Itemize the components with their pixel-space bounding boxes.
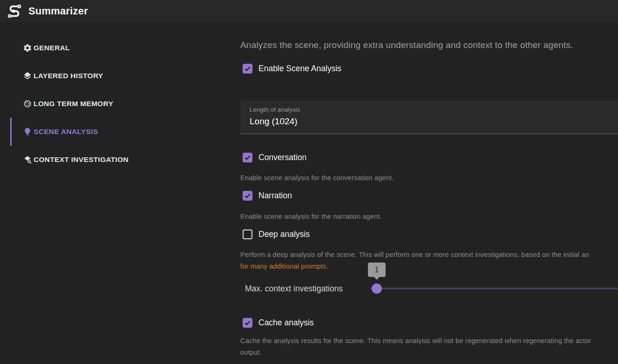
conversation-checkbox-row[interactable]: Conversation: [243, 152, 306, 163]
sidebar-item-general[interactable]: GENERAL: [10, 34, 233, 62]
sidebar-item-label: LAYERED HISTORY: [34, 72, 103, 80]
lightbulb-icon: [22, 127, 32, 137]
deep-analysis-help-text: Perform a deep analysis of the scene. Th…: [240, 251, 618, 258]
sidebar-item-context-investigation[interactable]: CONTEXT INVESTIGATION: [10, 146, 233, 174]
checkbox[interactable]: [243, 229, 252, 239]
cache-analysis-checkbox-row[interactable]: Cache analysis: [243, 317, 314, 328]
scene-analysis-panel: Analyzes the scene, providing extra unde…: [240, 22, 618, 364]
conversation-help-text: Enable scene analysis for the conversati…: [240, 174, 618, 182]
max-context-investigations-slider-row: Max. context investigations 1: [240, 278, 618, 299]
checkbox-label: Cache analysis: [258, 318, 314, 328]
sidebar: GENERAL LAYERED HISTORY LONG TERM MEMORY: [0, 34, 233, 174]
slider-thumb[interactable]: [372, 283, 382, 294]
select-label: Length of analysis: [250, 106, 618, 113]
topbar: Summarizer: [0, 0, 618, 22]
select-value: Long (1024): [250, 116, 618, 127]
check-icon: [244, 319, 251, 326]
slider-value-tooltip: 1: [368, 263, 386, 277]
sidebar-item-scene-analysis[interactable]: SCENE ANALYSIS: [10, 118, 233, 146]
sidebar-item-long-term-memory[interactable]: LONG TERM MEMORY: [10, 90, 233, 118]
check-icon: [244, 154, 251, 161]
app-title: Summarizer: [28, 5, 88, 17]
checkbox[interactable]: [243, 64, 252, 74]
check-icon: [244, 192, 251, 199]
gear-icon: [22, 43, 32, 53]
narration-checkbox-row[interactable]: Narration: [243, 190, 292, 201]
layers-search-icon: [22, 155, 32, 165]
app-window: Summarizer GENERAL LAYERED HISTORY: [0, 0, 618, 364]
cache-analysis-help-text: Cache the analysis results for the scene…: [240, 337, 618, 344]
checkbox-label: Deep analysis: [258, 229, 310, 239]
sidebar-item-label: GENERAL: [34, 44, 70, 52]
cache-analysis-help-text-line2: output.: [240, 349, 618, 356]
length-of-analysis-select[interactable]: Length of analysis Long (1024): [240, 101, 618, 134]
slider-track[interactable]: [370, 288, 618, 290]
checkbox-label: Narration: [258, 191, 292, 201]
checkbox-label: Conversation: [258, 153, 306, 162]
checkbox-label: Enable Scene Analysis: [258, 64, 341, 74]
deep-analysis-checkbox-row[interactable]: Deep analysis: [243, 229, 310, 240]
checkbox[interactable]: [243, 153, 252, 162]
narration-help-text: Enable scene analysis for the narration …: [240, 213, 618, 220]
sidebar-item-label: CONTEXT INVESTIGATION: [34, 155, 129, 164]
check-icon: [244, 65, 251, 72]
sidebar-item-label: SCENE ANALYSIS: [34, 128, 98, 136]
sidebar-item-label: LONG TERM MEMORY: [34, 100, 113, 108]
brain-icon: [22, 99, 32, 109]
checkbox[interactable]: [243, 191, 252, 201]
enable-scene-analysis-checkbox-row[interactable]: Enable Scene Analysis: [243, 63, 341, 74]
deep-analysis-warning-text: for many additional prompts.: [240, 263, 618, 270]
checkbox[interactable]: [243, 318, 252, 328]
layers-icon: [22, 71, 32, 81]
sidebar-item-layered-history[interactable]: LAYERED HISTORY: [10, 62, 233, 90]
slider-label: Max. context investigations: [245, 284, 343, 294]
summarizer-route-logo-icon: [6, 3, 23, 20]
panel-description: Analyzes the scene, providing extra unde…: [240, 40, 573, 50]
